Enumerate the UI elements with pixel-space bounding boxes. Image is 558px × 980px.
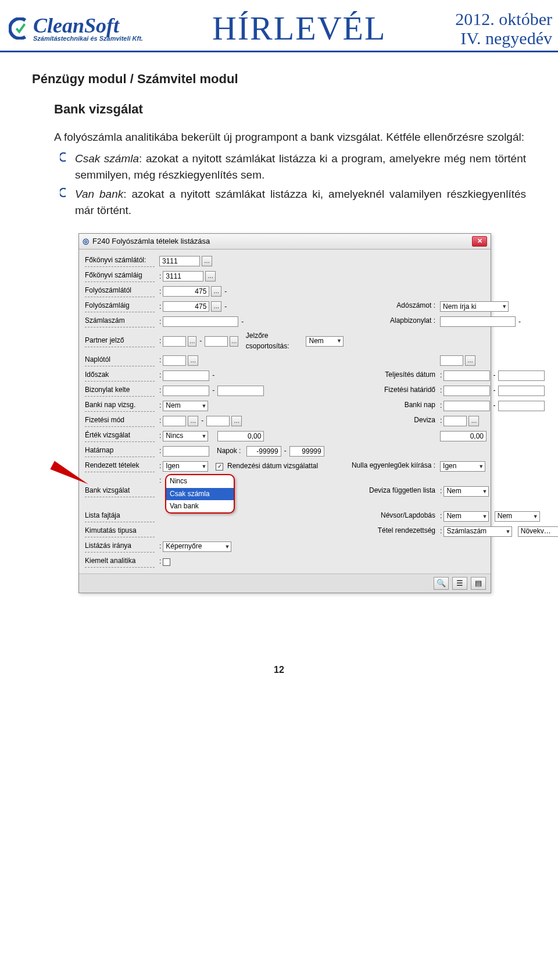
label-nulla-egyenleg: Nulla egyenlegűek kiírása : — [348, 461, 435, 472]
label-rendezett: Rendezett tételek — [85, 461, 155, 472]
embedded-window: ◎ F240 Folyószámla tételek listázása ✕ F… — [78, 233, 491, 594]
input-ertek-a[interactable] — [217, 431, 264, 441]
input-deviza[interactable] — [443, 416, 467, 426]
dropdown-nevsor-b[interactable]: Nem▼ — [495, 511, 540, 522]
dropdown-adoszamot[interactable]: Nem írja ki▼ — [440, 301, 509, 312]
label-ertek-vizsgalat: Érték vizsgálat — [85, 430, 155, 442]
app-icon: ◎ — [83, 236, 89, 247]
dropdown-banki-vizsg[interactable]: Nem▼ — [163, 401, 208, 411]
toolbar-button-1[interactable]: 🔍 — [434, 577, 449, 590]
dropdown-ertek[interactable]: Nincs▼ — [163, 431, 208, 441]
input-partner-jelzo-2[interactable] — [205, 336, 228, 347]
label-fiz-hatarido: Fizetési határidő — [348, 385, 435, 397]
lookup-button[interactable]: … — [230, 336, 238, 347]
label-banki-nap-vizsg: Banki nap vizsg. — [85, 400, 155, 412]
lookup-button[interactable]: … — [468, 416, 479, 426]
intro-paragraph: A folyószámla analitikába bekerült új pr… — [54, 129, 526, 145]
toolbar-button-2[interactable]: ☰ — [452, 577, 467, 590]
input-naplotol-2[interactable] — [440, 355, 463, 366]
lookup-button[interactable]: … — [211, 301, 221, 312]
label-tetel-rend: Tétel rendezettség — [348, 526, 435, 537]
window-toolbar: 🔍 ☰ ▤ — [79, 573, 491, 593]
input-hatarnap[interactable] — [163, 446, 209, 457]
lookup-button[interactable]: … — [188, 336, 196, 347]
label-lista-fajtaja: Lista fajtája — [85, 511, 155, 522]
lookup-button[interactable]: … — [188, 355, 198, 366]
input-bizkelte-2[interactable] — [217, 386, 264, 396]
window-title: F240 Folyószámla tételek listázása — [92, 236, 210, 247]
window-close-button[interactable]: ✕ — [472, 236, 487, 247]
input-fokonyvi-szamlaig[interactable] — [163, 271, 203, 281]
label-szamlaszam: Számlaszám — [85, 316, 155, 327]
newsletter-header: CleanSoft Számítástechnikai és Számvitel… — [0, 0, 558, 52]
input-teljesites-2[interactable] — [498, 370, 545, 381]
input-fokonyvi-szamlatol[interactable] — [159, 256, 200, 266]
dropdown-tetel-rend-b[interactable]: Növekv… — [518, 526, 558, 537]
input-idoszak[interactable] — [163, 370, 209, 381]
lookup-button[interactable]: … — [205, 271, 216, 281]
label-folyoszamlatol: Folyószámlától — [85, 286, 155, 297]
dropdown-tetel-rend-a[interactable]: Számlaszám▼ — [443, 526, 512, 537]
bullet-item-2: Van bank: azokat a nyitott számlákat lis… — [60, 186, 526, 218]
label-banki-nap: Banki nap — [348, 400, 435, 412]
label-rendezesi-datum: Rendezési dátum vizsgálattal — [227, 461, 318, 471]
lookup-button[interactable]: … — [465, 355, 475, 366]
document-content: Pénzügy modul / Számvitel modul Bank viz… — [0, 52, 558, 700]
input-teljesites-1[interactable] — [443, 370, 490, 381]
input-bizkelte-1[interactable] — [163, 386, 209, 396]
lookup-button[interactable]: … — [188, 416, 198, 426]
label-bizonylat-kelte: Bizonylat kelte — [85, 385, 155, 397]
label-hatarnap: Határnap — [85, 446, 155, 457]
input-banki-nap-2[interactable] — [498, 401, 545, 411]
input-fizhat-2[interactable] — [498, 386, 545, 396]
label-teljesites: Teljesítés dátum — [348, 370, 435, 382]
brand-logo-icon — [9, 17, 31, 40]
label-naplotol: Naplótól — [85, 355, 155, 366]
input-naplotol[interactable] — [163, 355, 186, 366]
dropdown-bank-vizsgalat-open[interactable]: Nincs Csak számla Van bank — [165, 474, 235, 514]
dropdown-option-nincs[interactable]: Nincs — [166, 475, 234, 487]
dropdown-nulla-egyenleg[interactable]: Igen▼ — [440, 461, 485, 472]
input-ertek-b[interactable] — [440, 431, 487, 441]
label-deviza: Deviza — [348, 415, 435, 427]
input-fizhat-1[interactable] — [443, 386, 490, 396]
issue-date: 2012. október IV. negyedév — [455, 9, 552, 48]
input-banki-nap-1[interactable] — [443, 401, 490, 411]
bullet-body-1: Csak számla: azokat a nyitott számlákat … — [75, 151, 526, 183]
dropdown-jelzore[interactable]: Nem▼ — [306, 336, 344, 347]
input-partner-jelzo-1[interactable] — [163, 336, 186, 347]
label-kimutatas-tipus: Kimutatás tipusa — [85, 526, 155, 537]
date-line-2: IV. negyedév — [455, 28, 552, 48]
dropdown-rendezett[interactable]: Igen▼ — [163, 461, 208, 472]
dropdown-deviza-fuggetlen[interactable]: Nem▼ — [443, 486, 489, 497]
checkbox-kiemelt[interactable] — [163, 558, 170, 566]
input-napok-ig[interactable] — [289, 446, 324, 457]
input-folyoszamlaig[interactable] — [163, 301, 209, 312]
dropdown-option-csak-szamla[interactable]: Csak számla — [166, 488, 234, 500]
input-napok-tol[interactable] — [246, 446, 281, 457]
checkbox-rendezesi-datum[interactable]: ✓ — [216, 463, 223, 471]
dropdown-option-van-bank[interactable]: Van bank — [166, 500, 234, 512]
lookup-button[interactable]: … — [211, 286, 221, 297]
dropdown-nevsor-a[interactable]: Nem▼ — [443, 511, 489, 522]
input-folyoszamlatol[interactable] — [163, 286, 209, 297]
dropdown-listazas-iranya[interactable]: Képernyőre▼ — [163, 541, 231, 552]
input-alapbizonylat[interactable] — [440, 316, 516, 327]
bullet-body-2: Van bank: azokat a nyitott számlákat lis… — [75, 186, 526, 218]
window-titlebar: ◎ F240 Folyószámla tételek listázása ✕ — [79, 234, 491, 250]
toolbar-button-3[interactable]: ▤ — [471, 577, 486, 590]
label-kiemelt-analitika: Kiemelt analitika — [85, 556, 155, 568]
input-fizmod-2[interactable] — [206, 416, 230, 426]
label-fokonyvi-szamlatol: Főkönyvi számlától: — [85, 255, 155, 267]
label-jelzore-csoport: Jelzőre csoportosítás: — [246, 331, 301, 351]
form-body: Főkönyvi számlától: … Főkönyvi számláig … — [79, 250, 491, 573]
input-szamlaszam[interactable] — [163, 316, 238, 327]
lookup-button[interactable]: … — [202, 256, 212, 266]
input-fizmod-1[interactable] — [163, 416, 186, 426]
brand-subtitle: Számítástechnikai és Számviteli Kft. — [33, 35, 143, 42]
newsletter-title: HÍRLEVÉL — [143, 9, 455, 48]
bullet-icon — [60, 151, 70, 166]
lookup-button[interactable]: … — [231, 416, 242, 426]
brand-name: CleanSoft — [33, 15, 143, 36]
brand-logo-block: CleanSoft Számítástechnikai és Számvitel… — [9, 15, 143, 42]
